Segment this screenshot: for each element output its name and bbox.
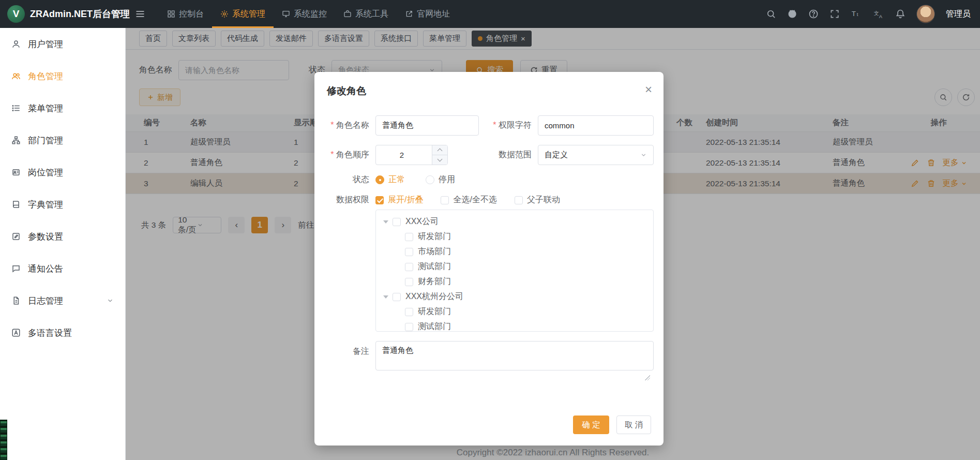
sidebar-item-log-mgmt[interactable]: 日志管理 xyxy=(0,285,125,317)
topnav-system-monitor[interactable]: 系统监控 xyxy=(274,0,335,28)
parent-child-label[interactable]: 父子联动 xyxy=(527,195,560,205)
tree-node-label[interactable]: 研发部门 xyxy=(418,231,451,242)
search-icon xyxy=(766,9,776,19)
topnav-system-mgmt[interactable]: 系统管理 xyxy=(212,0,274,28)
message-icon xyxy=(11,264,21,273)
tree-node[interactable]: 测试部门 xyxy=(376,319,653,332)
fullscreen-icon xyxy=(830,9,840,19)
dialog-header: 修改角色 × xyxy=(314,72,664,98)
tree-node[interactable]: 财务部门 xyxy=(376,274,653,289)
edit-role-dialog: 修改角色 × 角色名称 权限字符 角色顺序 数据范围 xyxy=(314,72,664,446)
tree-node-label[interactable]: 研发部门 xyxy=(418,306,451,317)
data-scope-field-label: 数据范围 xyxy=(485,150,532,160)
top-navigation: 控制台 系统管理 系统监控 系统工具 官网地址 xyxy=(159,0,458,28)
monitor-icon xyxy=(282,10,290,18)
question-icon xyxy=(808,9,819,19)
sidebar-item-label: 日志管理 xyxy=(28,295,63,307)
book-icon xyxy=(11,200,21,209)
users-icon xyxy=(11,71,21,81)
sidebar-item-role-mgmt[interactable]: 角色管理 xyxy=(0,60,125,92)
stepper-up-button[interactable] xyxy=(432,145,447,155)
tree-node[interactable]: XXX杭州分公司 xyxy=(376,289,653,304)
external-link-icon xyxy=(405,10,413,18)
tree-node[interactable]: 研发部门 xyxy=(376,304,653,319)
select-all-checkbox[interactable] xyxy=(441,196,449,204)
help-button[interactable] xyxy=(808,9,819,19)
tree-node[interactable]: 市场部门 xyxy=(376,244,653,259)
confirm-button[interactable]: 确 定 xyxy=(573,416,609,434)
caret-down-icon[interactable] xyxy=(383,295,388,299)
tree-checkbox[interactable] xyxy=(405,308,413,316)
tree-node-label[interactable]: XXX杭州分公司 xyxy=(405,291,463,302)
sidebar-item-i18n-settings[interactable]: 多语言设置 xyxy=(0,317,125,349)
font-size-button[interactable]: Tt xyxy=(851,9,862,19)
remark-textarea[interactable]: 普通角色 xyxy=(375,341,654,370)
remark-field-label: 备注 xyxy=(320,346,369,357)
close-icon[interactable]: × xyxy=(645,83,652,96)
tree-node-label[interactable]: 测试部门 xyxy=(418,321,451,332)
tree-node[interactable]: XXX公司 xyxy=(376,214,653,229)
sidebar-item-notice[interactable]: 通知公告 xyxy=(0,253,125,285)
sidebar-item-dict-mgmt[interactable]: 字典管理 xyxy=(0,188,125,220)
tree-checkbox[interactable] xyxy=(393,293,401,301)
svg-text:t: t xyxy=(857,12,858,17)
tree-checkbox[interactable] xyxy=(405,263,413,271)
perm-char-field[interactable] xyxy=(538,115,654,136)
dialog-body: 角色名称 权限字符 角色顺序 数据范围 自定义 xyxy=(314,98,664,370)
sidebar-item-menu-mgmt[interactable]: 菜单管理 xyxy=(0,92,125,124)
sidebar-item-user-mgmt[interactable]: 用户管理 xyxy=(0,28,125,60)
avatar[interactable] xyxy=(916,5,935,23)
sidebar-toggle-button[interactable] xyxy=(135,9,145,19)
topbar: V ZRAdmin.NET后台管理 控制台 系统管理 系统监控 系统工具 xyxy=(0,0,980,28)
tree-node[interactable]: 测试部门 xyxy=(376,259,653,274)
tree-checkbox[interactable] xyxy=(405,233,413,241)
status-disabled-radio[interactable] xyxy=(426,175,434,184)
github-button[interactable] xyxy=(787,9,797,19)
tree-checkbox[interactable] xyxy=(405,278,413,286)
bell-icon xyxy=(895,9,906,19)
status-normal-label[interactable]: 正常 xyxy=(388,174,405,185)
dialog-footer: 确 定 取 消 xyxy=(573,416,651,434)
document-icon xyxy=(11,296,21,305)
sidebar-item-post-mgmt[interactable]: 岗位管理 xyxy=(0,156,125,188)
language-switch-button[interactable]: 文A xyxy=(873,9,884,19)
sidebar-item-label: 岗位管理 xyxy=(28,167,63,179)
tree-node-label[interactable]: 市场部门 xyxy=(418,246,451,257)
resize-handle[interactable] xyxy=(645,375,650,380)
tree-node[interactable]: 研发部门 xyxy=(376,229,653,244)
topnav-console[interactable]: 控制台 xyxy=(159,0,212,28)
parent-child-checkbox[interactable] xyxy=(515,196,523,204)
role-order-input[interactable] xyxy=(376,145,428,165)
cancel-button[interactable]: 取 消 xyxy=(616,416,651,434)
user-name[interactable]: 管理员 xyxy=(946,9,971,20)
caret-down-icon[interactable] xyxy=(383,220,388,224)
select-all-label[interactable]: 全选/全不选 xyxy=(453,195,496,205)
tree-checkbox[interactable] xyxy=(405,323,413,331)
role-order-stepper[interactable] xyxy=(375,145,448,165)
tree-node-label[interactable]: 测试部门 xyxy=(418,261,451,272)
expand-collapse-checkbox[interactable] xyxy=(375,196,384,204)
topnav-system-tools[interactable]: 系统工具 xyxy=(335,0,397,28)
status-disabled-label[interactable]: 停用 xyxy=(439,174,455,185)
sidebar-item-param-settings[interactable]: 参数设置 xyxy=(0,220,125,253)
status-field-label: 状态 xyxy=(320,174,369,185)
tree-node-label[interactable]: XXX公司 xyxy=(405,216,439,227)
stepper-down-button[interactable] xyxy=(432,155,447,165)
sidebar-item-label: 多语言设置 xyxy=(28,327,72,339)
topbar-search-button[interactable] xyxy=(766,9,776,19)
topnav-official-site[interactable]: 官网地址 xyxy=(397,0,458,28)
status-normal-radio[interactable] xyxy=(375,175,384,184)
chevron-down-icon xyxy=(438,157,443,162)
tree-checkbox[interactable] xyxy=(405,248,413,256)
app-title: ZRAdmin.NET后台管理 xyxy=(30,8,130,20)
tree-node-label[interactable]: 财务部门 xyxy=(418,276,451,287)
tree-checkbox[interactable] xyxy=(393,218,401,226)
role-name-field[interactable] xyxy=(375,115,479,136)
notifications-button[interactable] xyxy=(895,9,906,19)
sidebar-item-dept-mgmt[interactable]: 部门管理 xyxy=(0,124,125,156)
data-scope-select[interactable]: 自定义 xyxy=(538,145,654,165)
stepper-controls xyxy=(432,145,447,165)
fullscreen-button[interactable] xyxy=(830,9,840,19)
logo[interactable]: V ZRAdmin.NET后台管理 xyxy=(0,5,126,23)
expand-collapse-label[interactable]: 展开/折叠 xyxy=(388,195,423,205)
